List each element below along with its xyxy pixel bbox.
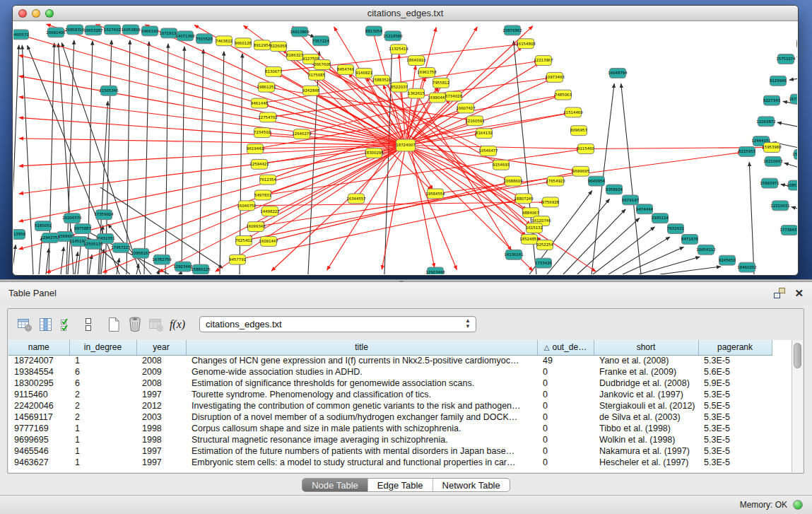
graph-edge-red[interactable] — [19, 97, 406, 146]
graph-node[interactable]: 9227343 — [763, 95, 780, 105]
table-cell[interactable]: de Silva et al. (2003) — [594, 411, 698, 423]
table-cell[interactable]: 5.9E-5 — [698, 378, 772, 389]
graph-node[interactable]: 9242848 — [302, 86, 320, 95]
graph-node[interactable]: 10654112 — [696, 245, 715, 255]
graph-node[interactable]: 12923448 — [425, 267, 445, 274]
graph-edge-red[interactable] — [406, 26, 533, 146]
table-cell[interactable]: 1997 — [136, 457, 186, 468]
graph-node[interactable]: 9146821 — [355, 68, 372, 78]
graph-node[interactable]: 8226058 — [270, 42, 288, 52]
table-cell[interactable]: 2008 — [136, 378, 186, 389]
table-cell[interactable]: 2003 — [136, 411, 186, 423]
graph-node[interactable]: 20876862 — [502, 25, 522, 35]
graph-node[interactable]: 8096957 — [570, 126, 587, 136]
graph-node[interactable]: 18640910 — [406, 56, 426, 66]
graph-edge-black[interactable] — [792, 207, 797, 212]
graph-edge-red[interactable] — [260, 146, 406, 225]
graph-node[interactable]: 14405901 — [796, 119, 797, 129]
column-header-in-degree[interactable]: in_degree — [69, 340, 136, 355]
graph-node[interactable]: 11514469 — [563, 107, 583, 117]
table-cell[interactable]: 0 — [537, 378, 594, 389]
graph-node[interactable]: 9474444 — [636, 204, 654, 214]
table-cell[interactable]: 5.3E-5 — [698, 389, 772, 400]
table-cell[interactable]: Tourette syndrome. Phenomenology and cla… — [186, 389, 537, 400]
tab-node-table[interactable]: Node Table — [302, 479, 367, 491]
graph-node[interactable]: 3913959 — [13, 230, 26, 240]
table-cell[interactable]: Stergiakouli et al. (2012) — [594, 400, 698, 411]
table-cell[interactable]: 5.3E-5 — [698, 411, 772, 423]
table-cell[interactable]: 2009 — [136, 366, 186, 378]
table-cell[interactable]: 2 — [69, 400, 136, 411]
table-cell[interactable]: 5.5E-5 — [698, 400, 772, 411]
graph-node[interactable]: 16046756 — [237, 201, 257, 211]
graph-node[interactable]: 16099348 — [246, 222, 266, 232]
tab-network-table[interactable]: Network Table — [433, 479, 510, 491]
graph-edge-black[interactable] — [13, 45, 19, 274]
graph-node[interactable]: 17654923 — [546, 176, 565, 186]
table-cell[interactable]: 6 — [69, 378, 136, 389]
table-cell[interactable]: 1997 — [136, 389, 186, 400]
table-cell[interactable]: Tibbo et al. (1998) — [594, 423, 698, 434]
graph-edge-black[interactable] — [126, 40, 130, 274]
table-cell[interactable]: 18724007 — [8, 355, 69, 366]
graph-node[interactable]: 12213967 — [534, 56, 553, 66]
graph-edge-black[interactable] — [784, 163, 797, 171]
column-header-out-de-[interactable]: △out_de… — [537, 340, 594, 355]
table-cell[interactable]: 5.3E-5 — [698, 423, 772, 434]
graph-edge-black[interactable] — [749, 162, 754, 274]
table-cell[interactable]: Hescheler et al. (1997) — [594, 457, 698, 468]
graph-node[interactable]: 2667608 — [314, 60, 331, 70]
graph-node[interactable]: 9756928 — [542, 197, 560, 207]
close-panel-icon[interactable]: ✕ — [794, 288, 804, 298]
graph-node[interactable]: 15880125 — [191, 264, 210, 274]
graph-node[interactable]: 9115460 — [577, 144, 595, 154]
table-cell[interactable]: 0 — [537, 457, 594, 468]
graph-node[interactable]: 20691406 — [46, 28, 66, 37]
graph-node[interactable]: 14136141 — [504, 250, 523, 259]
table-cell[interactable]: 9699695 — [8, 434, 69, 445]
table-cell[interactable]: Changes of HCN gene expression and I(f) … — [186, 355, 537, 366]
table-cell[interactable]: 1 — [69, 457, 136, 468]
delete-column-button[interactable] — [124, 315, 146, 334]
graph-node[interactable]: 17957223 — [111, 243, 130, 252]
graph-node[interactable]: 19861251 — [257, 82, 276, 92]
table-cell[interactable]: Wolkin et al. (1998) — [594, 434, 698, 445]
graph-node[interactable]: 17738431 — [779, 226, 797, 235]
graph-node[interactable]: 16091447 — [259, 236, 278, 246]
graph-node[interactable]: 5497831 — [254, 190, 271, 200]
graph-node[interactable]: 7625402 — [235, 235, 252, 245]
graph-node[interactable]: 17359924 — [94, 210, 114, 220]
graph-edge-black[interactable] — [547, 199, 610, 274]
graph-edge-black[interactable] — [621, 83, 641, 274]
graph-edge-red[interactable] — [237, 199, 519, 259]
graph-node[interactable]: 8912954 — [254, 40, 271, 50]
graph-edge-black[interactable] — [61, 247, 64, 274]
table-cell[interactable]: 2 — [69, 389, 136, 400]
graph-edge-black[interactable] — [75, 252, 78, 274]
graph-node[interactable]: 9154693 — [493, 160, 510, 170]
graph-node[interactable]: 10973493 — [545, 72, 564, 82]
graph-edge-red[interactable] — [406, 146, 525, 237]
graph-node[interactable]: 12093872 — [756, 117, 775, 127]
network-canvas[interactable]: 9405571206914062085831610653287152760216… — [13, 22, 797, 274]
table-cell[interactable]: Nakamura et al. (1997) — [594, 445, 698, 457]
table-cell[interactable]: 0 — [537, 445, 594, 457]
graph-node[interactable]: 10958167 — [131, 248, 150, 258]
graph-node[interactable]: 16053809 — [121, 25, 141, 35]
table-cell[interactable]: Franke et al. (2009) — [594, 366, 698, 378]
graph-node[interactable]: 16013809 — [290, 27, 310, 37]
table-cell[interactable]: Embryonic stem cells: a model to study s… — [186, 457, 537, 468]
graph-node[interactable]: 18300295 — [364, 148, 383, 158]
graph-node[interactable]: 14671368 — [175, 31, 195, 41]
graph-node[interactable]: 8186323 — [286, 51, 303, 61]
table-cell[interactable]: 0 — [537, 434, 594, 445]
table-cell[interactable]: 1997 — [136, 445, 186, 457]
graph-node[interactable]: 16154808 — [516, 39, 536, 49]
graph-node[interactable]: 1615132 — [526, 223, 543, 233]
graph-node[interactable]: 7632621 — [667, 224, 684, 234]
graph-node[interactable]: 19584554 — [425, 189, 445, 199]
graph-node[interactable]: 18460202 — [737, 262, 756, 272]
graph-node[interactable]: 7612354 — [259, 175, 277, 185]
graph-edge-red[interactable] — [406, 28, 436, 146]
table-cell[interactable]: 5.3E-5 — [698, 355, 772, 366]
